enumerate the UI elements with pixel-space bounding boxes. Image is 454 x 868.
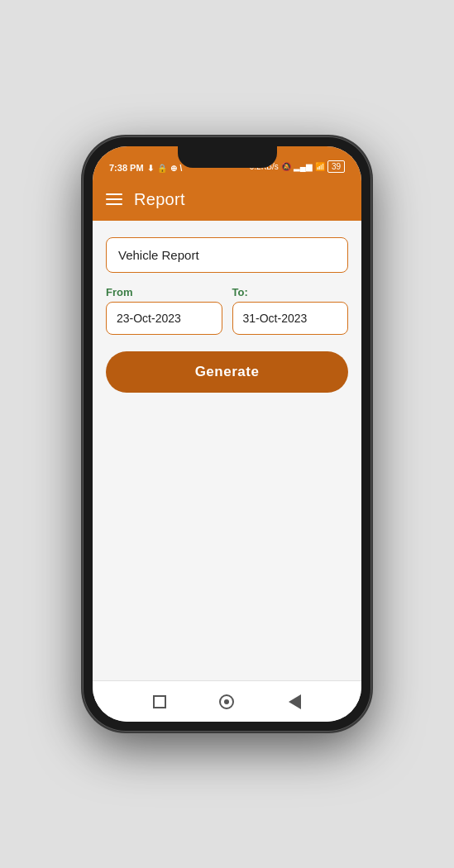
date-row: From To: <box>106 286 348 335</box>
to-date-input[interactable] <box>232 302 349 335</box>
report-name-input[interactable] <box>106 237 348 273</box>
hamburger-menu-icon[interactable] <box>106 193 122 205</box>
time-display: 7:38 PM <box>109 163 144 173</box>
status-left: 7:38 PM ⬇ 🔒 ⊕ \ <box>109 163 182 173</box>
home-nav-button[interactable] <box>217 693 236 711</box>
app-bar: Report <box>93 178 361 221</box>
battery-display: 39 <box>327 160 345 173</box>
signal-icon: ▂▄▆ <box>294 162 313 171</box>
home-circle-icon <box>219 694 234 709</box>
generate-button[interactable]: Generate <box>106 351 348 393</box>
square-icon <box>153 695 166 708</box>
mute-icon: 🔕 <box>281 162 291 171</box>
phone-shell: 7:38 PM ⬇ 🔒 ⊕ \ 0.2KB/s 🔕 ▂▄▆ 📶 39 <box>83 136 371 732</box>
from-date-field: From <box>106 286 222 335</box>
app-bar-title: Report <box>134 190 185 209</box>
signal-extra-icon: \ <box>180 164 183 173</box>
phone-screen: 7:38 PM ⬇ 🔒 ⊕ \ 0.2KB/s 🔕 ▂▄▆ 📶 39 <box>93 146 361 722</box>
to-label: To: <box>232 286 349 298</box>
back-icon <box>289 694 301 709</box>
from-date-input[interactable] <box>106 302 222 335</box>
bottom-nav-bar <box>93 680 361 722</box>
back-nav-button[interactable] <box>285 693 303 711</box>
content-area: From To: Generate <box>93 221 361 680</box>
to-date-field: To: <box>232 286 349 335</box>
shield-icon: ⊕ <box>170 164 177 173</box>
download-icon: ⬇ <box>147 164 154 173</box>
from-label: From <box>106 286 222 298</box>
lock-icon: 🔒 <box>157 164 167 173</box>
recents-nav-button[interactable] <box>151 693 169 711</box>
notch <box>178 146 277 168</box>
wifi-icon: 📶 <box>315 162 325 171</box>
